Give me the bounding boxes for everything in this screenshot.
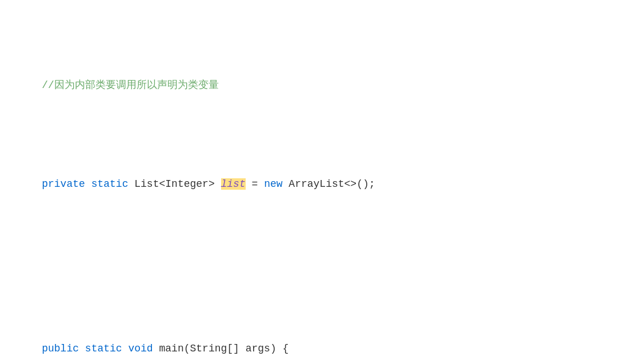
list-variable-highlighted: list	[221, 178, 246, 190]
main-method-signature: public static void main(String[] args) {	[17, 324, 600, 364]
keyword-private: private	[42, 178, 85, 190]
keyword-static2: static	[85, 343, 122, 354]
keyword-public: public	[42, 343, 79, 354]
comment-line-1: //因为内部类要调用所以声明为类变量	[17, 61, 600, 110]
keyword-static: static	[91, 178, 129, 190]
code-block: //因为内部类要调用所以声明为类变量 private static List<I…	[17, 11, 600, 364]
keyword-void: void	[128, 343, 153, 354]
keyword-new: new	[264, 178, 282, 190]
field-declaration: private static List<Integer> list = new …	[17, 159, 600, 209]
blank-line-1	[17, 258, 600, 275]
comment-class-var: //因为内部类要调用所以声明为类变量	[42, 79, 219, 91]
